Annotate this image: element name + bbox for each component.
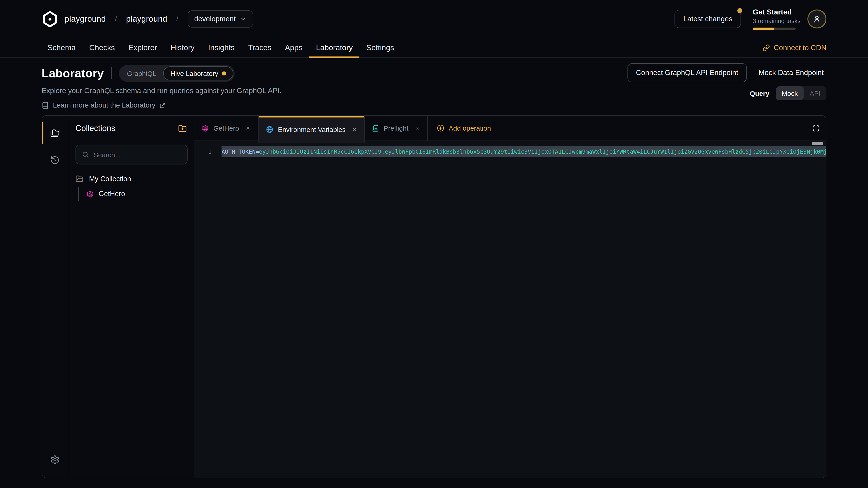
query-label: Query — [750, 90, 770, 97]
env-variables-editor[interactable]: 1 AUTH_TOKEN=eyJhbGciOiJIUzI1NiIsInR5cCI… — [194, 141, 826, 478]
connect-to-cdn-label: Connect to CDN — [774, 44, 827, 52]
book-icon — [41, 102, 49, 109]
mode-active-dot — [222, 71, 226, 75]
mode-option-hive-laboratory[interactable]: Hive Laboratory — [163, 66, 233, 80]
hive-laboratory-app: playground / playground / development La… — [0, 0, 868, 488]
tab-bar: GetHero Environment Variables — [194, 116, 826, 141]
rail-settings-button[interactable] — [42, 446, 68, 473]
page-header-actions: Connect GraphQL API Endpoint Mock Data E… — [627, 58, 827, 100]
user-avatar[interactable] — [807, 9, 827, 29]
nav-tab-insights[interactable]: Insights — [202, 38, 241, 58]
endpoint-buttons: Connect GraphQL API Endpoint Mock Data E… — [627, 63, 827, 82]
gear-icon — [50, 455, 60, 464]
hive-logo-icon[interactable] — [41, 11, 58, 27]
search-icon — [82, 151, 89, 158]
connect-to-cdn-link[interactable]: Connect to CDN — [763, 38, 827, 58]
tab-preflight[interactable]: Preflight — [365, 116, 428, 140]
env-var-value: eyJhbGciOiJIUzI1NiIsInR5cCI6IkpXVCJ9.eyJ… — [259, 148, 826, 155]
tab-gethero[interactable]: GetHero — [194, 116, 258, 140]
collection-folder-row[interactable]: My Collection — [68, 172, 194, 186]
tab-environment-variables[interactable]: Environment Variables — [258, 116, 365, 143]
main-nav: Schema Checks Explorer History Insights … — [0, 38, 868, 58]
learn-more-label: Learn more about the Laboratory — [53, 101, 155, 109]
history-icon — [50, 155, 60, 165]
rail-history-button[interactable] — [42, 147, 68, 173]
line-number: 1 — [194, 148, 212, 155]
nav-tab-explorer[interactable]: Explorer — [122, 38, 164, 58]
close-icon[interactable] — [245, 126, 250, 131]
script-icon — [372, 125, 379, 132]
overview-ruler-mark — [812, 142, 823, 145]
env-var-name: AUTH_TOKEN= — [221, 148, 259, 155]
mode-option-graphiql[interactable]: GraphiQL — [120, 66, 163, 80]
nav-tab-settings[interactable]: Settings — [360, 38, 401, 58]
latest-changes-label: Latest changes — [683, 15, 733, 23]
nav-tab-checks[interactable]: Checks — [83, 38, 122, 58]
tab-bar-spacer — [500, 116, 806, 140]
graphql-icon — [86, 190, 94, 198]
breadcrumb-org[interactable]: playground — [65, 14, 106, 24]
add-operation-label: Add operation — [449, 124, 491, 132]
get-started-widget[interactable]: Get Started 3 remaining tasks — [753, 8, 796, 30]
nav-tab-apps[interactable]: Apps — [278, 38, 309, 58]
collection-folder-label: My Collection — [89, 175, 131, 183]
editor-area: GetHero Environment Variables — [194, 116, 826, 478]
page-header: Laboratory GraphiQL Hive Laboratory Expl… — [41, 58, 827, 111]
mock-endpoint-button[interactable]: Mock Data Endpoint — [756, 64, 827, 82]
link-icon — [763, 44, 770, 52]
collections-sidebar: Collections — [68, 116, 194, 478]
external-link-icon — [159, 102, 165, 108]
code-content[interactable]: AUTH_TOKEN=eyJhbGciOiJIUzI1NiIsInR5cCI6I… — [221, 146, 826, 157]
query-mode-row: Query Mock API — [627, 86, 827, 100]
operation-row-gethero[interactable]: GetHero — [68, 186, 194, 201]
tab-label: GetHero — [213, 124, 239, 132]
tab-label: Environment Variables — [278, 125, 346, 133]
top-bar-right: Latest changes Get Started 3 remaining t… — [675, 0, 827, 38]
folders-icon — [50, 128, 60, 138]
latest-changes-button[interactable]: Latest changes — [675, 10, 741, 28]
breadcrumb-separator: / — [176, 14, 178, 24]
get-started-title: Get Started — [753, 8, 796, 16]
top-bar: playground / playground / development La… — [0, 0, 868, 38]
lab-mode-toggle: GraphiQL Hive Laboratory — [119, 65, 235, 82]
operation-label: GetHero — [98, 190, 125, 198]
nav-tab-traces[interactable]: Traces — [241, 38, 278, 58]
breadcrumb-separator: / — [115, 14, 117, 24]
title-divider — [111, 67, 112, 79]
page-title: Laboratory — [41, 66, 104, 80]
nav-tab-laboratory[interactable]: Laboratory — [309, 38, 360, 58]
close-icon[interactable] — [415, 126, 420, 131]
collections-header: Collections — [68, 116, 194, 141]
breadcrumb-project[interactable]: playground — [126, 14, 167, 24]
add-collection-icon[interactable] — [178, 124, 187, 133]
fullscreen-icon — [812, 125, 819, 132]
circle-plus-icon — [436, 124, 444, 132]
laboratory-panel: Collections — [41, 115, 827, 478]
tab-label: Preflight — [383, 124, 408, 132]
nav-tab-schema[interactable]: Schema — [41, 38, 83, 58]
globe-icon — [266, 125, 273, 133]
connect-endpoint-button[interactable]: Connect GraphQL API Endpoint — [627, 63, 747, 82]
rail-collections-button[interactable] — [42, 119, 68, 147]
nav-tab-history[interactable]: History — [164, 38, 202, 58]
close-icon[interactable] — [352, 127, 357, 132]
search-input[interactable] — [94, 151, 181, 158]
user-icon — [812, 14, 822, 24]
query-mode-api[interactable]: API — [804, 86, 827, 100]
graphql-icon — [202, 125, 209, 132]
add-operation-button[interactable]: Add operation — [428, 116, 500, 140]
code-line-1[interactable]: 1 AUTH_TOKEN=eyJhbGciOiJIUzI1NiIsInR5cCI… — [194, 146, 826, 157]
target-selector[interactable]: development — [187, 10, 253, 28]
collections-tree: My Collection GetHero — [68, 172, 194, 201]
target-selector-value: development — [194, 15, 236, 23]
side-rail — [42, 116, 68, 478]
chevron-down-icon — [240, 16, 247, 22]
learn-more-link[interactable]: Learn more about the Laboratory — [41, 101, 165, 109]
mode-option-label: Hive Laboratory — [170, 69, 218, 77]
get-started-subtitle: 3 remaining tasks — [753, 18, 796, 24]
collection-children: GetHero — [68, 186, 194, 201]
fullscreen-button[interactable] — [806, 116, 826, 140]
notification-dot — [737, 8, 742, 13]
query-mode-mock[interactable]: Mock — [776, 86, 804, 100]
collections-search[interactable] — [75, 144, 188, 164]
